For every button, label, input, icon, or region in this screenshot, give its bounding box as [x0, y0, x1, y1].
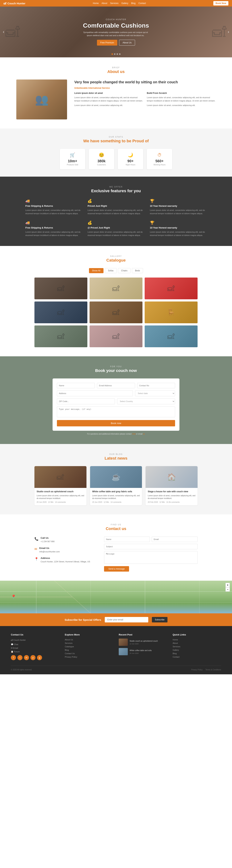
- feature-title-0: Free Shipping & Returns: [25, 205, 82, 207]
- feature-icon-5: 🏆: [150, 221, 207, 225]
- about-col-1: Lorem ipsum dolor sit amet Lorem ipsum d…: [74, 91, 143, 107]
- cat-image-6[interactable]: 🛋: [34, 326, 87, 347]
- social-facebook[interactable]: f: [11, 655, 16, 660]
- contact-submit-button[interactable]: Send a message: [104, 566, 129, 571]
- footer-explore-privacy[interactable]: Privacy Policy: [65, 656, 113, 658]
- nav-blog[interactable]: Blog: [131, 2, 136, 4]
- hero-title: Comfortable Cushions: [83, 22, 149, 29]
- stats-grid: 🛒 10m+ Products Sold 😊 380k Customers 🌙 …: [11, 149, 221, 169]
- booking-country[interactable]: Select Country: [117, 398, 175, 404]
- stat-label-1: Customers: [94, 164, 109, 166]
- footer-quick-about[interactable]: About: [173, 642, 221, 644]
- contact-name-input[interactable]: [104, 536, 150, 542]
- cat-image-8[interactable]: 🛋: [145, 326, 198, 347]
- footer-contact-chat[interactable]: 💬 Chat: [11, 643, 60, 646]
- nav-contact[interactable]: Contact: [139, 2, 146, 4]
- footer-terms-link[interactable]: Terms & Conditions: [205, 669, 221, 671]
- newsletter-title: Subscribe for Special Offers: [65, 618, 101, 621]
- cat-image-4[interactable]: 🛋: [89, 302, 143, 323]
- footer-explore-blog[interactable]: Blog: [65, 649, 113, 651]
- booking-message[interactable]: [57, 406, 175, 417]
- feature-title-4: @ Priced Just Right: [87, 226, 144, 229]
- cat-image-3[interactable]: 🛋: [34, 302, 87, 323]
- footer-explore-catalogue[interactable]: Catalogue: [65, 646, 113, 648]
- footer-explore-contact[interactable]: Contact Us: [65, 652, 113, 655]
- contact-form-row-2: [104, 544, 198, 549]
- booking-title: Book your couch now: [11, 368, 221, 373]
- newsletter-subscribe-btn[interactable]: Subscribe: [152, 617, 167, 622]
- footer-contact-forum[interactable]: 📋 Forum: [11, 651, 60, 653]
- footer-privacy-link[interactable]: Privacy Policy: [191, 669, 202, 671]
- footer-recent-post-0[interactable]: Studio couch as upholstered couch 12 Jun…: [119, 639, 167, 646]
- hero-dot-4[interactable]: [119, 53, 120, 55]
- cat-image-7[interactable]: 🛋: [89, 326, 143, 347]
- booking-name[interactable]: [57, 383, 95, 388]
- hero-dot-1[interactable]: [112, 53, 113, 55]
- email-icon: ✉: [34, 547, 37, 551]
- nav-home[interactable]: Home: [93, 2, 99, 4]
- book-now-button[interactable]: Book Now: [213, 1, 228, 5]
- footer-recent-post-1[interactable]: White coffee table and sofa 20 Jun 2020: [119, 648, 167, 655]
- footer-quick-home[interactable]: Home: [173, 639, 221, 641]
- footer-quick-gallery[interactable]: Gallery: [173, 649, 221, 651]
- booking-date[interactable]: Select date: [135, 391, 175, 396]
- blog-card-2[interactable]: 🏠 Stage a house for sale with couch view…: [146, 466, 198, 505]
- booking-address[interactable]: [57, 391, 133, 396]
- feature-text-4: Lorem ipsum dolor sit amet, consectetur …: [87, 230, 144, 237]
- cat-image-0[interactable]: 🛋: [34, 278, 87, 299]
- blog-post-text-2: Lorem ipsum dolor sit amet, consectetur …: [148, 494, 195, 500]
- footer-explore-services[interactable]: Services: [65, 642, 113, 644]
- booking-note-email[interactable]: us: [143, 433, 145, 435]
- cat-image-1[interactable]: 🛋: [89, 278, 143, 299]
- filter-all[interactable]: Show All: [89, 268, 104, 273]
- social-linkedin[interactable]: in: [24, 655, 29, 660]
- nav-gallery[interactable]: Gallery: [121, 2, 128, 4]
- footer-explore-about[interactable]: About Us: [65, 639, 113, 641]
- social-twitter[interactable]: t: [17, 655, 23, 660]
- map-roads-svg: [0, 581, 232, 613]
- nav-services[interactable]: Services: [110, 2, 119, 4]
- footer-contact-email[interactable]: ✉ Email: [11, 647, 60, 649]
- hero-dot-3[interactable]: [117, 53, 118, 55]
- hero-outline-btn[interactable]: About Us: [119, 40, 135, 45]
- contact-message-input[interactable]: [104, 551, 198, 564]
- booking-row-1: [57, 383, 175, 388]
- cat-image-5[interactable]: 🪑: [145, 302, 198, 323]
- booking-note-chat[interactable]: chat: [132, 433, 136, 435]
- footer-quick-blog[interactable]: Blog: [173, 652, 221, 655]
- footer-quick-services[interactable]: Services: [173, 646, 221, 648]
- hero-description: Sympathise with remarkably comfortable c…: [83, 31, 148, 37]
- stat-icon-3: ⏱: [152, 152, 167, 158]
- map-zoom-in[interactable]: +: [226, 583, 230, 587]
- contact-email-text: info@couchhunter.com: [39, 550, 60, 553]
- social-pinterest[interactable]: p: [31, 655, 36, 660]
- contact-phone-title: Call Us: [41, 536, 54, 539]
- nav-about[interactable]: About: [102, 2, 107, 4]
- contact-email-input[interactable]: [152, 536, 198, 542]
- filter-chairs[interactable]: Chairs: [118, 268, 130, 273]
- contact-item-address: 📍 Address Couch Hunter, 1234 Street, Hum…: [34, 557, 97, 563]
- blog-card-1[interactable]: ☕ White coffee table and gray fabric sof…: [90, 466, 142, 505]
- booking-submit[interactable]: Book now: [57, 420, 175, 426]
- blog-card-0[interactable]: 🛋 Studio couch as upholstered couch Lore…: [34, 466, 86, 505]
- booking-contact[interactable]: [137, 383, 175, 388]
- hero-next-arrow[interactable]: ›: [228, 30, 229, 34]
- blog-date-1: 20 Jun 2020: [92, 501, 102, 503]
- footer-quick-contact[interactable]: Contact: [173, 656, 221, 658]
- hero-dot-2[interactable]: [114, 53, 115, 55]
- map-zoom-out[interactable]: −: [226, 587, 230, 592]
- cat-image-2[interactable]: 🛋: [145, 278, 198, 299]
- social-google[interactable]: g: [37, 655, 42, 660]
- hero-primary-btn[interactable]: Free Premium: [97, 40, 117, 45]
- catalogue-label: Gallery: [11, 255, 221, 257]
- booking-email[interactable]: [97, 383, 135, 388]
- contact-subject-input[interactable]: [104, 544, 198, 549]
- filter-sofas[interactable]: Sofas: [105, 268, 117, 273]
- filter-beds[interactable]: Beds: [132, 268, 143, 273]
- blog-content-0: Studio couch as upholstered couch Lorem …: [34, 488, 86, 505]
- booking-zip[interactable]: [57, 398, 115, 404]
- blog-date-2: 20 Feb 2020: [148, 501, 158, 503]
- newsletter-email-input[interactable]: [105, 617, 148, 622]
- contact-form: Send a message: [104, 536, 198, 571]
- hero-prev-arrow[interactable]: ‹: [3, 30, 4, 34]
